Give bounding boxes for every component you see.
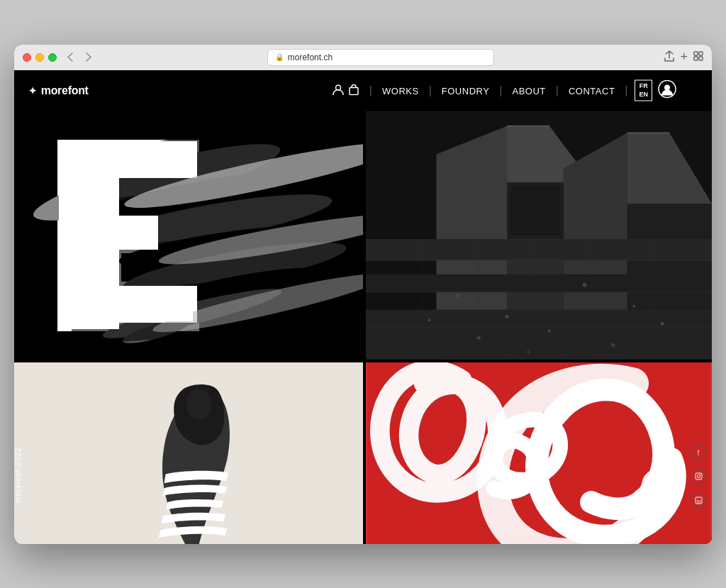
lock-icon: 🔒 <box>275 53 284 61</box>
svg-point-68 <box>186 389 211 419</box>
logo-text: morefont <box>41 84 89 97</box>
svg-point-54 <box>506 315 509 318</box>
grid-cell-1[interactable] <box>14 111 363 360</box>
svg-rect-43 <box>366 274 712 292</box>
traffic-lights <box>23 53 57 62</box>
user-profile-icon[interactable] <box>658 79 676 101</box>
grid-cell-3[interactable] <box>14 360 363 544</box>
maximize-button[interactable] <box>48 53 57 62</box>
svg-point-61 <box>611 343 615 347</box>
nav-divider-3: | <box>499 84 502 97</box>
svg-rect-3 <box>699 57 703 60</box>
nav-contact[interactable]: CONTACT <box>560 85 623 96</box>
address-bar[interactable]: 🔒 morefont.ch <box>267 49 494 66</box>
instagram-icon[interactable] <box>691 469 706 484</box>
svg-point-56 <box>632 304 635 307</box>
bag-icon[interactable] <box>348 84 359 97</box>
header-icons <box>333 84 359 97</box>
nav-about[interactable]: ABOUT <box>504 85 554 96</box>
nav-works[interactable]: WORKS <box>374 85 428 96</box>
nav-divider-4: | <box>556 84 559 97</box>
svg-rect-2 <box>694 57 698 60</box>
logo-arrow-icon: ✦ <box>28 85 37 96</box>
site-logo[interactable]: ✦ morefont <box>28 84 89 97</box>
svg-rect-1 <box>699 52 703 55</box>
grid-cell-4[interactable] <box>363 360 712 544</box>
svg-point-71 <box>697 475 700 478</box>
site-wrapper: ✦ morefont | WORKS | FOUNDRY | ABOUT <box>14 70 712 544</box>
portfolio-grid <box>14 111 712 544</box>
facebook-icon[interactable]: f <box>691 445 706 460</box>
svg-rect-0 <box>694 52 698 55</box>
svg-point-7 <box>664 84 670 90</box>
svg-point-57 <box>477 335 481 339</box>
svg-point-59 <box>661 322 664 326</box>
svg-rect-42 <box>366 238 712 260</box>
svg-point-72 <box>700 474 701 475</box>
svg-point-62 <box>527 350 530 353</box>
browser-titlebar: 🔒 morefont.ch + <box>14 45 712 70</box>
nav-divider-2: | <box>429 84 432 97</box>
nav-foundry[interactable]: FOUNDRY <box>433 85 498 96</box>
svg-rect-34 <box>60 287 193 321</box>
address-bar-container: 🔒 morefont.ch <box>102 49 659 66</box>
user-icon[interactable] <box>333 84 344 97</box>
svg-text:in: in <box>696 499 700 504</box>
site-header: ✦ morefont | WORKS | FOUNDRY | ABOUT <box>14 70 712 111</box>
linkedin-icon[interactable]: in <box>691 493 706 509</box>
social-icons: f in <box>691 445 706 509</box>
svg-point-53 <box>455 293 459 297</box>
tab-manager-button[interactable] <box>693 51 703 63</box>
nav-divider-5: | <box>625 84 627 97</box>
url-display: morefont.ch <box>288 52 333 62</box>
browser-window: 🔒 morefont.ch + ✦ morefont <box>14 45 712 544</box>
grid-cell-2[interactable] <box>363 111 712 360</box>
header-nav: | WORKS | FOUNDRY | ABOUT | CONTACT | FR… <box>333 79 676 101</box>
svg-rect-70 <box>696 473 702 479</box>
svg-point-55 <box>583 282 587 287</box>
svg-point-60 <box>428 318 431 321</box>
svg-rect-5 <box>350 87 358 94</box>
svg-rect-32 <box>60 142 193 176</box>
minimize-button[interactable] <box>35 53 44 62</box>
close-button[interactable] <box>23 53 31 62</box>
browser-actions: + <box>664 50 703 65</box>
back-button[interactable] <box>62 50 78 65</box>
nav-divider-1: | <box>369 84 372 97</box>
new-tab-button[interactable]: + <box>680 50 688 65</box>
browser-nav-controls <box>62 50 96 65</box>
svg-rect-64 <box>510 186 560 235</box>
language-selector[interactable]: FREN <box>635 80 652 101</box>
share-button[interactable] <box>664 50 674 64</box>
svg-rect-33 <box>60 216 155 248</box>
forward-button[interactable] <box>81 50 96 65</box>
svg-point-58 <box>548 329 551 332</box>
svg-rect-44 <box>366 309 712 359</box>
